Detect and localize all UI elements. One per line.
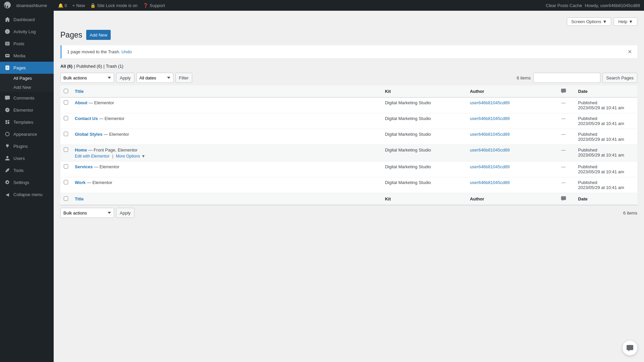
sidebar-label-appearance: Appearance xyxy=(13,132,37,137)
date-value-4: 2023/05/29 at 10:41 am xyxy=(578,153,624,158)
bulk-actions-select-bottom[interactable]: Bulk actions xyxy=(60,208,114,218)
sidebar-item-media[interactable]: Media xyxy=(0,50,54,62)
date-status-4: Published xyxy=(578,147,597,153)
author-link-5[interactable]: user646b81045cd89 xyxy=(470,164,510,169)
tab-all[interactable]: All (6) xyxy=(60,64,72,69)
row-comments-5: — xyxy=(552,162,575,177)
page-link-services[interactable]: Services xyxy=(75,164,93,169)
author-column-header: Author xyxy=(467,85,552,98)
sidebar-item-tools[interactable]: Tools xyxy=(0,164,54,176)
add-new-button[interactable]: Add New xyxy=(86,30,111,40)
title-sort-link[interactable]: Title xyxy=(75,89,84,94)
sidebar-item-templates[interactable]: Templates xyxy=(0,116,54,128)
submenu-add-new[interactable]: Add New xyxy=(0,83,54,92)
filter-button[interactable]: Filter xyxy=(175,73,193,83)
row-date-4: Published 2023/05/29 at 10:41 am xyxy=(575,145,637,162)
row-select-5[interactable] xyxy=(64,164,68,169)
table-body: About — Elementor Digital Marketing Stud… xyxy=(60,98,637,193)
search-box: Search Pages xyxy=(533,73,637,83)
page-link-about[interactable]: About xyxy=(75,100,88,105)
row-select-1[interactable] xyxy=(64,100,68,105)
search-pages-button[interactable]: Search Pages xyxy=(602,73,637,83)
sidebar-item-comments[interactable]: Comments xyxy=(0,92,54,104)
author-link-1[interactable]: user646b81045cd89 xyxy=(470,100,510,105)
author-link-4[interactable]: user646b81045cd89 xyxy=(470,147,510,153)
comments-dash-6: — xyxy=(561,180,566,185)
sidebar-item-appearance[interactable]: Appearance xyxy=(0,128,54,140)
notice-dismiss-button[interactable]: ✕ xyxy=(628,49,632,55)
lock-icon: 🔒 xyxy=(90,3,96,8)
row-comments-3: — xyxy=(552,129,575,145)
sidebar-label-activity-log: Activity Log xyxy=(13,29,36,34)
sidebar-item-plugins[interactable]: Plugins xyxy=(0,140,54,152)
search-input[interactable] xyxy=(533,73,600,83)
site-lock-item[interactable]: 🔒 Site Lock mode is on xyxy=(88,0,140,11)
bulk-actions-select-top[interactable]: Bulk actions xyxy=(60,73,114,83)
sidebar-item-dashboard[interactable]: Dashboard xyxy=(0,13,54,25)
apply-button-bottom[interactable]: Apply xyxy=(116,208,135,218)
screen-options-label: Screen Options xyxy=(571,19,601,24)
row-select-4[interactable] xyxy=(64,147,68,152)
page-link-contact[interactable]: Contact Us xyxy=(75,116,98,121)
media-icon xyxy=(4,52,11,59)
edit-elementor-link[interactable]: Edit with Elementor xyxy=(75,154,109,159)
sidebar-item-elementor[interactable]: Elementor xyxy=(0,104,54,116)
kit-footer-header: Kit xyxy=(382,193,467,205)
submenu-all-pages[interactable]: All Pages xyxy=(0,74,54,83)
tab-all-label: All xyxy=(60,64,66,69)
chat-bubble[interactable] xyxy=(623,341,637,355)
author-link-2[interactable]: user646b81045cd89 xyxy=(470,116,510,121)
select-all-checkbox[interactable] xyxy=(64,89,68,93)
row-select-3[interactable] xyxy=(64,132,68,136)
page-suffix-global: — Elementor xyxy=(104,132,129,137)
sidebar-item-settings[interactable]: Settings xyxy=(0,176,54,188)
date-value-1: 2023/05/29 at 10:41 am xyxy=(578,105,624,110)
sidebar-label-comments: Comments xyxy=(13,96,35,101)
row-kit-4: Digital Marketing Studio xyxy=(382,145,467,162)
wp-logo[interactable] xyxy=(4,2,11,9)
admin-sidebar: Dashboard Activity Log Posts Media Pages xyxy=(0,11,54,362)
row-select-6[interactable] xyxy=(64,180,68,184)
admin-bar: sloaneashburne 🔔 0 + New 🔒 Site Lock mod… xyxy=(0,0,644,11)
page-link-global-styles[interactable]: Global Styles xyxy=(75,132,102,137)
sidebar-label-posts: Posts xyxy=(13,41,24,46)
undo-link[interactable]: Undo xyxy=(121,49,132,54)
site-lock-text: Site Lock mode is on xyxy=(97,3,138,8)
author-link-3[interactable]: user646b81045cd89 xyxy=(470,132,510,137)
row-checkbox-4 xyxy=(60,145,71,162)
date-value-5: 2023/05/29 at 10:41 am xyxy=(578,169,624,174)
sidebar-item-activity-log[interactable]: Activity Log xyxy=(0,25,54,38)
sidebar-label-users: Users xyxy=(13,156,25,161)
date-filter-select[interactable]: All dates xyxy=(137,73,173,83)
author-link-6[interactable]: user646b81045cd89 xyxy=(470,180,510,185)
more-options-link[interactable]: More Options xyxy=(116,154,140,159)
sidebar-item-posts[interactable]: Posts xyxy=(0,38,54,50)
tab-trash[interactable]: Trash (1) xyxy=(106,64,123,69)
bottom-toolbar: Bulk actions Apply 6 items xyxy=(60,208,637,218)
row-checkbox-2 xyxy=(60,113,71,129)
sidebar-item-users[interactable]: Users xyxy=(0,152,54,164)
tab-published[interactable]: Published (6) xyxy=(76,64,102,69)
sidebar-label-elementor: Elementor xyxy=(13,108,33,113)
table-row: Home — Front Page, Elementor Edit with E… xyxy=(60,145,637,162)
date-value-6: 2023/05/29 at 10:41 am xyxy=(578,185,624,190)
row-select-2[interactable] xyxy=(64,116,68,120)
screen-options-button[interactable]: Screen Options ▼ xyxy=(567,17,611,26)
select-all-footer-checkbox[interactable] xyxy=(64,196,68,201)
notifications-item[interactable]: 🔔 0 xyxy=(55,0,70,11)
page-link-home[interactable]: Home xyxy=(75,147,87,153)
new-item[interactable]: + New xyxy=(70,0,88,11)
sidebar-item-pages[interactable]: Pages xyxy=(0,62,54,74)
kit-value-1: Digital Marketing Studio xyxy=(385,100,431,105)
apply-button-top[interactable]: Apply xyxy=(116,73,135,83)
title-footer-sort-link[interactable]: Title xyxy=(75,196,84,201)
items-count-top: 6 items xyxy=(517,75,531,80)
notice-text: 1 page moved to the Trash. Undo xyxy=(67,49,132,54)
tab-trash-label: Trash xyxy=(106,64,117,69)
page-link-work[interactable]: Work xyxy=(75,180,86,185)
site-name[interactable]: sloaneashburne xyxy=(13,0,50,11)
help-button[interactable]: Help ▼ xyxy=(614,17,637,26)
collapse-menu-button[interactable]: ◀ Collapse menu xyxy=(0,188,54,200)
support-item[interactable]: ❓ Support xyxy=(140,0,168,11)
clear-cache-button[interactable]: Clear Posts Cache xyxy=(546,3,582,8)
